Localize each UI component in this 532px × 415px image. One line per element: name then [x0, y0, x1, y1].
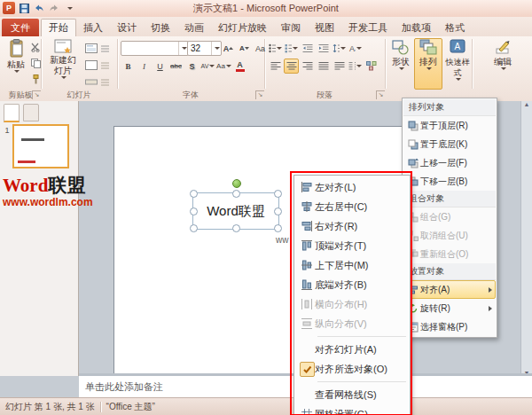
- smartart-icon[interactable]: [364, 59, 379, 74]
- resize-handle-nw[interactable]: [190, 190, 198, 198]
- editing-button[interactable]: 编辑: [487, 38, 519, 90]
- tab-review[interactable]: 审阅: [274, 19, 308, 36]
- reset-icon[interactable]: [82, 58, 114, 73]
- font-size-dropdown-icon[interactable]: [211, 42, 221, 55]
- menu-item-bring-to-front[interactable]: 置于顶层(R): [403, 116, 496, 135]
- resize-handle-se[interactable]: [274, 224, 282, 232]
- tab-format[interactable]: 格式: [438, 19, 472, 36]
- italic-button[interactable]: I: [137, 59, 152, 74]
- partially-hidden-text[interactable]: ww: [276, 235, 288, 245]
- text-shadow-button[interactable]: S: [184, 59, 200, 74]
- blank-icon-slot: [299, 388, 315, 402]
- menu-item-align-right[interactable]: 右对齐(R): [296, 216, 408, 236]
- menu-item-send-backward[interactable]: 下移一层(B): [403, 172, 496, 191]
- tab-addins[interactable]: 加载项: [395, 19, 438, 36]
- resize-handle-w[interactable]: [190, 208, 198, 215]
- tab-animations[interactable]: 动画: [177, 19, 211, 36]
- theme-status[interactable]: “Office 主题”: [106, 401, 155, 413]
- section-icon[interactable]: [82, 74, 114, 90]
- vertical-scrollbar[interactable]: ▲ ▼: [520, 101, 532, 376]
- menu-item-align-to-slide[interactable]: 对齐幻灯片(A): [296, 340, 408, 359]
- align-center-button[interactable]: [284, 59, 299, 74]
- increase-indent-icon[interactable]: [316, 41, 331, 56]
- menu-item-selection-pane[interactable]: 选择窗格(P): [403, 317, 496, 336]
- arrange-dropdown-menu: 排列对象 置于顶层(R) 置于底层(K) 上移一层(F) 下移一层(B) 组合对…: [402, 98, 497, 338]
- rotate-handle[interactable]: [232, 179, 241, 188]
- menu-item-rotate[interactable]: 旋转(R): [403, 299, 496, 317]
- menu-item-align-left[interactable]: 左对齐(L): [296, 177, 408, 197]
- menu-item-align-center[interactable]: 左右居中(C): [296, 197, 408, 216]
- tab-transitions[interactable]: 切换: [144, 19, 177, 36]
- selected-textbox[interactable]: Word联盟: [192, 192, 279, 230]
- slides-tab-icon[interactable]: [4, 104, 20, 122]
- decrease-indent-icon[interactable]: [300, 41, 315, 56]
- outline-tab-icon[interactable]: [23, 104, 39, 121]
- menu-item-grid-settings[interactable]: 网格设置(G)...: [296, 404, 408, 415]
- shapes-button[interactable]: 形状: [387, 38, 414, 90]
- resize-handle-s[interactable]: [232, 224, 240, 232]
- font-dialog-launcher-icon[interactable]: ↘: [255, 90, 264, 99]
- grow-font-button[interactable]: A: [221, 41, 236, 56]
- resize-handle-ne[interactable]: [274, 190, 282, 198]
- thumb-red-line: [18, 161, 35, 163]
- resize-handle-sw[interactable]: [190, 224, 198, 232]
- menu-item-align-bottom[interactable]: 底端对齐(B): [296, 275, 408, 294]
- slide-thumbnail[interactable]: [12, 124, 69, 168]
- align-left-icon: [299, 180, 315, 194]
- numbering-icon[interactable]: [284, 41, 299, 56]
- menu-item-align[interactable]: 对齐(A): [403, 280, 496, 299]
- strikethrough-button[interactable]: abc: [168, 59, 184, 74]
- tab-slideshow[interactable]: 幻灯片放映: [211, 19, 274, 36]
- columns-icon[interactable]: [348, 59, 363, 74]
- menu-item-bring-forward[interactable]: 上移一层(F): [403, 153, 496, 172]
- status-separator: [100, 402, 101, 412]
- resize-handle-n[interactable]: [232, 190, 240, 198]
- slide-thumbnail-row[interactable]: 1: [2, 124, 69, 168]
- line-spacing-icon[interactable]: [332, 41, 347, 56]
- format-painter-icon[interactable]: [28, 72, 43, 87]
- arrange-button[interactable]: 排列: [414, 38, 442, 90]
- menu-item-align-top[interactable]: 顶端对齐(T): [296, 236, 408, 255]
- scroll-up-icon[interactable]: ▲: [524, 101, 530, 107]
- character-spacing-button[interactable]: AV: [200, 59, 215, 74]
- menu-item-align-middle[interactable]: 上下居中(M): [296, 255, 408, 275]
- menu-item-align-selected-objects[interactable]: 对齐所选对象(O): [296, 359, 408, 379]
- new-slide-button[interactable]: 新建幻灯片: [44, 38, 82, 90]
- font-name-combo[interactable]: [121, 41, 189, 56]
- tab-developer[interactable]: 开发工具: [341, 19, 395, 36]
- bullets-icon[interactable]: [268, 41, 283, 56]
- font-size-combo[interactable]: 32: [187, 41, 222, 56]
- clear-formatting-button[interactable]: Aa: [253, 41, 268, 56]
- bring-forward-icon: [406, 157, 420, 169]
- menu-item-send-to-back[interactable]: 置于底层(K): [403, 135, 496, 153]
- copy-icon[interactable]: [28, 56, 43, 71]
- paste-button[interactable]: 粘贴: [3, 38, 29, 90]
- slide-number: 1: [2, 124, 12, 168]
- watermark-url: www.wordlm.com: [3, 196, 87, 208]
- quick-styles-button[interactable]: A 快速样式: [442, 38, 473, 90]
- shrink-font-button[interactable]: A: [237, 41, 252, 56]
- change-case-button[interactable]: Aa: [216, 59, 231, 74]
- text-direction-icon[interactable]: A: [348, 41, 363, 56]
- menu-separator: [317, 381, 406, 382]
- distribute-text-button[interactable]: [332, 59, 347, 74]
- tab-insert[interactable]: 插入: [76, 19, 110, 36]
- paragraph-dialog-launcher-icon[interactable]: ↘: [376, 90, 385, 99]
- align-left-button[interactable]: [268, 59, 283, 74]
- bold-button[interactable]: B: [121, 59, 136, 74]
- tab-file[interactable]: 文件: [2, 19, 39, 36]
- justify-button[interactable]: [316, 59, 331, 74]
- menu-item-view-gridlines[interactable]: 查看网格线(S): [296, 385, 408, 404]
- tab-view[interactable]: 视图: [308, 19, 341, 36]
- resize-handle-e[interactable]: [274, 208, 282, 215]
- underline-button[interactable]: U: [153, 59, 168, 74]
- tab-home[interactable]: 开始: [41, 19, 76, 36]
- cut-icon[interactable]: [28, 40, 43, 55]
- textbox-text[interactable]: Word联盟: [207, 203, 265, 220]
- status-bar: 幻灯片 第 1 张, 共 1 张 “Office 主题”: [0, 397, 532, 415]
- layout-icon[interactable]: [82, 41, 114, 56]
- tab-design[interactable]: 设计: [110, 19, 144, 36]
- align-right-button[interactable]: [300, 59, 315, 74]
- clipboard-dialog-launcher-icon[interactable]: ↘: [32, 90, 41, 99]
- font-color-button[interactable]: A: [232, 59, 247, 74]
